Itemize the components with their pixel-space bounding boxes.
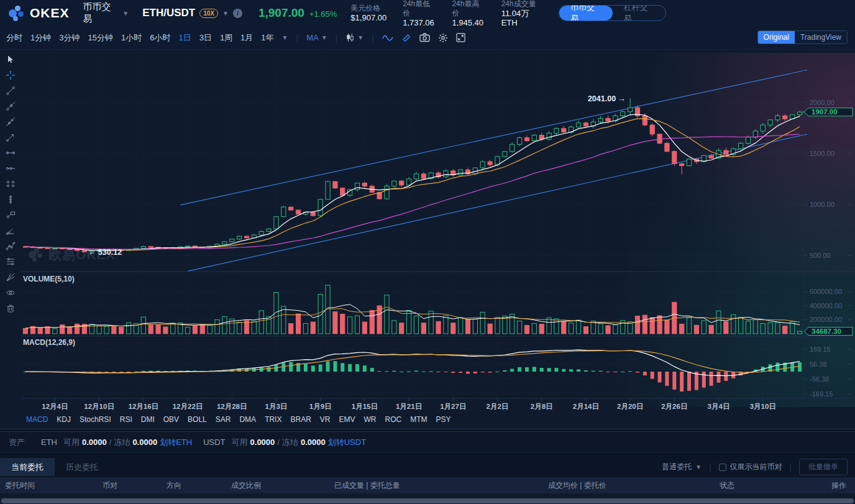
timeframe-3分钟[interactable]: 3分钟 xyxy=(59,32,80,44)
multi-point-icon[interactable] xyxy=(6,241,16,251)
fullscreen-button[interactable] xyxy=(456,33,465,42)
transfer-link-usdt[interactable]: 划转USDT xyxy=(328,437,366,448)
table-header-col: 成交比例 xyxy=(231,477,261,493)
screenshot-button[interactable] xyxy=(419,33,430,42)
indicator-tab-macd[interactable]: MACD xyxy=(26,415,48,424)
measure-tool[interactable] xyxy=(401,33,411,43)
horizontal-scrollbar[interactable] xyxy=(0,498,855,504)
dots-line-icon[interactable] xyxy=(6,179,16,189)
ticker-stat: 24h最高价1,945.40 xyxy=(452,0,485,27)
asset-field: / xyxy=(109,438,112,447)
indicator-tab-stochrsi[interactable]: StochRSI xyxy=(80,415,111,424)
price-note-icon[interactable] xyxy=(6,210,16,220)
timeframe-1小时[interactable]: 1小时 xyxy=(121,32,142,44)
indicator-tab-obv[interactable]: OBV xyxy=(163,415,179,424)
ray-icon[interactable] xyxy=(6,101,16,111)
asset-field: 0.0000 xyxy=(301,438,326,447)
info-icon[interactable]: i xyxy=(233,9,242,18)
timeframe-1月[interactable]: 1月 xyxy=(240,32,253,44)
mode-toggle-active[interactable]: 币币交易 xyxy=(559,6,612,21)
timeframe-15分钟[interactable]: 15分钟 xyxy=(88,32,112,44)
vertical-dots-icon[interactable] xyxy=(6,195,16,204)
trash-icon[interactable] xyxy=(6,303,16,313)
depth-line-toggle[interactable] xyxy=(382,34,393,42)
timeframe-3日[interactable]: 3日 xyxy=(199,32,212,44)
indicator-tab-psy[interactable]: PSY xyxy=(436,415,451,424)
svg-text:2000.00: 2000.00 xyxy=(810,99,834,106)
current-pair-filter[interactable]: 仅展示当前币对 xyxy=(719,462,782,472)
drawing-toolbar xyxy=(0,55,21,313)
chevron-down-icon: ▼ xyxy=(357,34,363,41)
okex-logo[interactable]: OKEX xyxy=(9,5,70,21)
svg-text:12月4日: 12月4日 xyxy=(42,403,68,410)
stat-label: 24h成交量 xyxy=(501,0,545,9)
cursor-icon[interactable] xyxy=(6,55,16,65)
transfer-link-eth[interactable]: 划转ETH xyxy=(160,437,192,448)
pair-selector[interactable]: ETH/USDT 10X ▼ i xyxy=(142,7,242,19)
indicator-tab-dmi[interactable]: DMI xyxy=(141,415,155,424)
candlestick-chart[interactable]: VOLUME(5,10)MACD(12,26,9)2000.001500.001… xyxy=(22,53,855,413)
indicator-tab-dma[interactable]: DMA xyxy=(239,415,256,424)
indicator-tab-trix[interactable]: TRIX xyxy=(265,415,281,424)
engine-original[interactable]: Original xyxy=(758,31,795,44)
svg-text:1000.00: 1000.00 xyxy=(810,201,834,208)
divider: | xyxy=(790,462,792,472)
timeframe-1日[interactable]: 1日 xyxy=(178,32,191,44)
gann-fan-icon[interactable] xyxy=(6,272,16,282)
timeframe-more-icon[interactable]: ▼ xyxy=(282,34,288,41)
eye-icon[interactable] xyxy=(6,288,16,298)
svg-text:2月20日: 2月20日 xyxy=(617,403,643,410)
table-header-col: 委托时间 xyxy=(5,477,35,493)
timeframe-1周[interactable]: 1周 xyxy=(220,32,232,44)
indicator-tab-brar[interactable]: BRAR xyxy=(290,415,311,424)
batch-cancel-button[interactable]: 批量撤单 xyxy=(799,459,848,475)
indicator-tab-sar[interactable]: SAR xyxy=(216,415,231,424)
indicator-tab-rsi[interactable]: RSI xyxy=(120,415,132,424)
angle-icon[interactable] xyxy=(6,226,16,236)
table-header-col: 状态 xyxy=(720,477,734,493)
indicator-tab-kdj[interactable]: KDJ xyxy=(57,415,71,424)
market-type-menu[interactable]: 币币交易 ▼ xyxy=(83,1,129,25)
asset-field: 冻结 xyxy=(282,437,298,448)
crosshair-icon[interactable] xyxy=(6,70,16,80)
svg-text:1月15日: 1月15日 xyxy=(352,403,378,410)
indicator-tab-vr[interactable]: VR xyxy=(320,415,331,424)
divider: | xyxy=(709,462,711,472)
checkbox-icon[interactable] xyxy=(719,464,726,471)
horizontal-segment-icon[interactable] xyxy=(6,148,16,158)
candle-style-menu[interactable]: ▼ xyxy=(345,33,363,42)
scrollbar-thumb[interactable] xyxy=(1,498,854,503)
ma-indicator-menu[interactable]: MA ▼ xyxy=(306,33,327,42)
stat-label: 24h最高价 xyxy=(452,0,485,18)
indicator-tab-roc[interactable]: ROC xyxy=(385,415,402,424)
last-price-block: 1,907.00 +1.65% xyxy=(258,6,337,20)
timeframe-分时[interactable]: 分时 xyxy=(6,32,22,44)
stat-label: 美元价格 xyxy=(350,4,386,13)
order-type-select[interactable]: 普通委托 ▼ xyxy=(662,462,702,472)
orders-tab[interactable]: 历史委托 xyxy=(55,458,109,476)
svg-text:56.38: 56.38 xyxy=(810,360,827,368)
indicator-tab-emv[interactable]: EMV xyxy=(339,415,355,424)
expand-icon xyxy=(456,33,465,42)
svg-text:600000.00: 600000.00 xyxy=(810,288,842,295)
indicator-tab-mtm[interactable]: MTM xyxy=(410,415,427,424)
fib-lines-icon[interactable] xyxy=(6,257,16,267)
timeframe-6小时[interactable]: 6小时 xyxy=(150,32,170,44)
indicator-tab-boll[interactable]: BOLL xyxy=(188,415,207,424)
timeframe-1年[interactable]: 1年 xyxy=(261,32,273,44)
horizontal-ray-icon[interactable] xyxy=(6,163,16,173)
engine-tradingview[interactable]: TradingView xyxy=(795,31,847,44)
timeframe-1分钟[interactable]: 1分钟 xyxy=(30,32,51,44)
brand-text: OKEX xyxy=(30,6,70,21)
indicator-tab-wr[interactable]: WR xyxy=(364,415,377,424)
svg-text:1月21日: 1月21日 xyxy=(396,403,422,410)
stat-value: $1,907.00 xyxy=(350,13,386,22)
chart-settings-button[interactable] xyxy=(438,33,448,43)
orders-tab[interactable]: 当前委托 xyxy=(0,458,55,476)
wave-line-icon xyxy=(382,34,393,42)
ma-label: MA xyxy=(306,33,319,42)
extended-line-icon[interactable] xyxy=(6,117,16,127)
mode-toggle-inactive[interactable]: 杠杆交易 xyxy=(613,6,665,21)
trend-line-icon[interactable] xyxy=(6,86,16,96)
arrow-line-icon[interactable] xyxy=(6,132,16,142)
